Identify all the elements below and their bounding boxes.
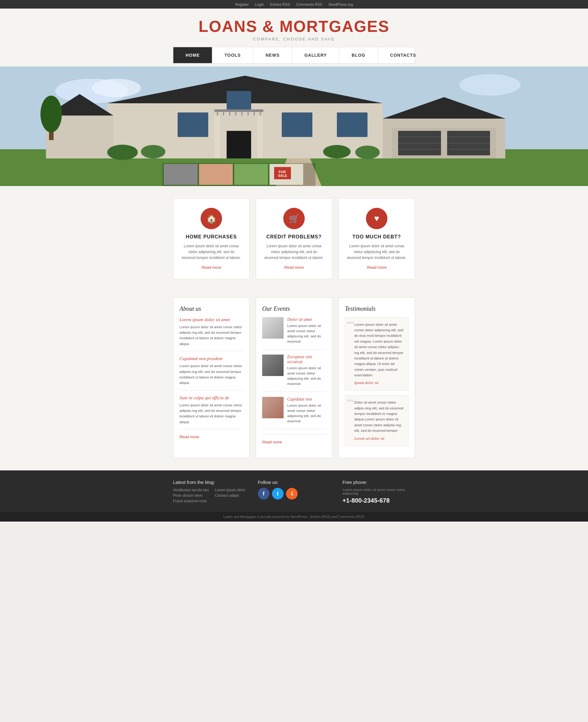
footer-follow-title: Follow us: — [258, 480, 331, 485]
footer-blog-link-5[interactable]: Consect adipis — [215, 494, 245, 498]
footer-blog-link-2[interactable]: Proin dictum elem — [173, 494, 209, 498]
footer-inner: Latest from the blog: Vestibulum iaculis… — [173, 480, 415, 512]
event-title-3: Cupidatat non — [287, 397, 326, 402]
topbar-entries-rss[interactable]: Entries RSS — [270, 2, 290, 7]
credit-problems-title: CREDIT PROBLEMS? — [264, 234, 324, 240]
footer-blog-links-container: Vestibulum iaculis laci Proin dictum ele… — [173, 488, 246, 504]
footer-follow-col: Follow us: f t ☇ — [258, 480, 331, 504]
nav-news[interactable]: NEWS — [253, 47, 292, 63]
about-text-1: Lorem ipsum dolor sit amet conse ctetur … — [180, 324, 243, 347]
svg-point-37 — [323, 145, 351, 158]
about-text-2: Lorem ipsum dolor sit amet conse ctetur … — [180, 363, 243, 386]
footer-bottom-text: Loans and Mortgages is proudly powered b… — [224, 515, 365, 519]
nav-home[interactable]: HOME — [173, 47, 212, 63]
svg-text:SALE: SALE — [278, 174, 287, 177]
about-column: About us Lorem ipsum dolor sit amet Lore… — [173, 298, 250, 458]
credit-problems-read-more[interactable]: Read more — [284, 265, 304, 270]
nav-tools[interactable]: TOOLS — [212, 47, 253, 63]
home-purchases-read-more[interactable]: Read more — [202, 265, 221, 270]
site-tagline: COMPARE, CHOOSE AND SAVE — [0, 37, 588, 41]
event-item-1: Dolor sit amet Lorem ipsum dolor sit ame… — [262, 317, 326, 350]
event-item-3: Cupidatat non Lorem ipsum dolor sit amet… — [262, 397, 326, 429]
footer-blog-link-1[interactable]: Vestibulum iaculis laci — [173, 488, 209, 492]
svg-rect-42 — [257, 116, 263, 158]
event-title-2: Excepteur sint occaecat — [287, 355, 326, 364]
topbar-login[interactable]: Login — [255, 2, 264, 7]
topbar-register[interactable]: Register — [235, 2, 249, 7]
footer-blog-col-2: Lorem ipsum dolor Consect adipis — [215, 488, 245, 504]
testimonial-2: Dolor sit amet conse ctetur adipis-cing … — [345, 395, 408, 446]
svg-point-40 — [40, 96, 62, 133]
events-read-more[interactable]: Read more — [262, 440, 282, 444]
svg-rect-25 — [227, 91, 251, 109]
footer-phone-number: +1-800-2345-678 — [342, 497, 415, 504]
events-title: Our Events — [262, 305, 326, 312]
footer-blog-link-4[interactable]: Lorem ipsum dolor — [215, 488, 245, 492]
home-purchases-title: HOME PURCHASES — [181, 234, 241, 240]
service-credit-problems: 🛒 CREDIT PROBLEMS? Lorem ipsum dolor sit… — [256, 198, 332, 279]
top-bar: Register Login Entries RSS Comments RSS … — [0, 0, 588, 8]
social-icons: f t ☇ — [258, 488, 331, 500]
footer-bottom: Loans and Mortgages is proudly powered b… — [0, 512, 588, 522]
testimonials-column: Testimonials Lorem ipsum dolor sit amet … — [338, 298, 415, 458]
topbar-wordpress[interactable]: WordPress.org — [329, 2, 353, 7]
svg-rect-46 — [199, 164, 233, 185]
too-much-debt-read-more[interactable]: Read more — [367, 265, 386, 270]
svg-text:FOR: FOR — [279, 170, 286, 174]
footer-phone-col: Free phone: Lorem ipsum dolor sit amet c… — [342, 480, 415, 504]
hero-section: FOR SALE — [0, 66, 588, 186]
testimonial-1: Lorem ipsum dolor sit amet conse ctetur … — [345, 317, 408, 391]
testimonial-2-text: Dolor sit amet conse ctetur adipis-cing … — [354, 400, 404, 433]
event-item-2: Excepteur sint occaecat Lorem ipsum dolo… — [262, 355, 326, 392]
main-nav: HOME TOOLS NEWS GALLERY BLOG CONTACTS — [0, 47, 588, 66]
testimonial-1-text: Lorem ipsum dolor sit amet conse ctetur … — [354, 322, 404, 378]
svg-rect-21 — [227, 131, 251, 158]
nav-blog[interactable]: BLOG — [339, 47, 378, 63]
nav-contacts[interactable]: CONTACTS — [378, 47, 428, 63]
event-text-2: Lorem ipsum dolor sit amet conse ctetur … — [287, 366, 326, 387]
social-facebook[interactable]: f — [258, 488, 270, 500]
footer: Latest from the blog: Vestibulum iaculis… — [0, 470, 588, 522]
event-content-1: Dolor sit amet Lorem ipsum dolor sit ame… — [287, 317, 326, 344]
event-img-3 — [262, 397, 284, 418]
title-part1: LOANS — [198, 18, 257, 35]
footer-blog-col-1: Vestibulum iaculis laci Proin dictum ele… — [173, 488, 209, 504]
credit-problems-icon: 🛒 — [283, 208, 305, 229]
about-text-3: Lorem ipsum dolor sit amet conse ctetur … — [180, 402, 243, 425]
site-title: LOANS & MORTGAGES — [0, 17, 588, 36]
footer-blog-link-3[interactable]: Fusce euismod cons — [173, 499, 209, 503]
svg-rect-24 — [337, 113, 368, 137]
svg-rect-41 — [214, 116, 220, 158]
services-inner: 🏠 HOME PURCHASES Lorem ipsum dolor sit a… — [173, 198, 415, 279]
svg-rect-23 — [282, 113, 312, 137]
about-subtitle-2: Cupidatat non proident — [180, 356, 243, 361]
testimonials-title: Testimonials — [345, 305, 408, 312]
too-much-debt-title: TOO MUCH DEBT? — [346, 234, 407, 240]
about-title: About us — [180, 305, 243, 312]
credit-problems-text: Lorem ipsum dolor sit amet conse ctetur … — [264, 243, 324, 261]
title-amp: & — [262, 18, 275, 35]
service-home-purchases: 🏠 HOME PURCHASES Lorem ipsum dolor sit a… — [173, 198, 250, 279]
home-purchases-text: Lorem ipsum dolor sit amet conse ctetur … — [181, 243, 241, 261]
svg-rect-22 — [177, 113, 208, 137]
svg-point-38 — [355, 145, 380, 159]
social-rss[interactable]: ☇ — [286, 488, 298, 500]
content-section: About us Lorem ipsum dolor sit amet Lore… — [0, 292, 588, 471]
footer-phone-text: Lorem ipsum dolor sit amet conse ctetur … — [342, 488, 415, 495]
svg-rect-26 — [214, 109, 264, 112]
topbar-comments-rss[interactable]: Comments RSS — [296, 2, 322, 7]
too-much-debt-text: Lorem ipsum dolor sit amet conse ctetur … — [346, 243, 407, 261]
too-much-debt-icon: ♥ — [366, 208, 387, 229]
nav-gallery[interactable]: GALLERY — [292, 47, 339, 63]
about-read-more[interactable]: Read more — [180, 435, 199, 439]
event-content-2: Excepteur sint occaecat Lorem ipsum dolo… — [287, 355, 326, 387]
svg-rect-44 — [164, 164, 197, 185]
social-twitter[interactable]: t — [272, 488, 284, 500]
svg-rect-47 — [234, 164, 268, 185]
nav-inner: HOME TOOLS NEWS GALLERY BLOG CONTACTS — [173, 47, 415, 63]
svg-point-36 — [141, 145, 165, 158]
home-purchases-icon: 🏠 — [201, 208, 222, 229]
about-subtitle-1: Lorem ipsum dolor sit amet — [180, 317, 243, 322]
title-part2: MORTGAGES — [280, 18, 390, 35]
hero-image: FOR SALE — [0, 66, 588, 186]
